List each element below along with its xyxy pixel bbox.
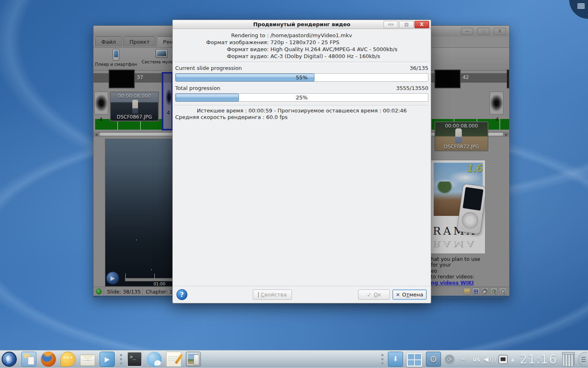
play-icon: ▶ (111, 275, 115, 281)
sync-tray-icon[interactable]: ⟳ (445, 355, 454, 364)
total-progress-row: Total progression 3555/13550 (175, 85, 428, 91)
tab-file[interactable]: Файл (95, 36, 122, 47)
checkmark-icon: ✓ (367, 292, 372, 298)
ruler-tick (154, 274, 155, 278)
about-side-panel: 1.6 RAMA RAMA hat you plan to use for yo… (431, 137, 486, 287)
current-progress-row: Current slide progression 36/135 (175, 65, 428, 71)
properties-button[interactable]: Свойства (253, 289, 292, 300)
separator (174, 62, 429, 63)
current-progress-label: Current slide progression (175, 65, 242, 71)
scroll-right-icon[interactable]: ▶ (505, 132, 508, 137)
terminal-icon[interactable] (127, 352, 142, 367)
desktop-pager[interactable] (407, 353, 422, 367)
system-settings-icon[interactable] (426, 352, 441, 367)
cancel-x-icon: ✕ (396, 292, 400, 298)
ruler-label: 01:00 (154, 282, 165, 286)
device-notifier-icon[interactable] (499, 355, 508, 364)
slide-duration: 00:00:08.000 (111, 93, 158, 99)
zoom-in-icon[interactable] (490, 287, 498, 295)
ok-button[interactable]: ✓ Ок (358, 289, 390, 300)
timeline-video-thumb (507, 70, 509, 88)
starburst-transition-icon (166, 89, 172, 105)
transition-duration: 4 (495, 116, 499, 122)
clock[interactable]: 21:16 (518, 352, 559, 366)
panel-separator (119, 353, 122, 366)
current-progress-bar: 55% (175, 73, 428, 82)
tree-image (435, 182, 454, 195)
starburst-transition-icon (95, 95, 107, 111)
taskbar-panel: ⟳ ✂ us ◀))) ▲ 21:16 (0, 350, 588, 368)
keyboard-layout-indicator[interactable]: us (472, 355, 481, 364)
panel-cashew-icon[interactable] (578, 352, 587, 367)
tray-expand-icon[interactable]: ▲ (511, 357, 514, 361)
version-label: 1.6 (466, 163, 482, 174)
slide-thumb-dscf0867[interactable]: 00:00:08.000 DSCF0867.JPG (110, 92, 159, 121)
player-screen (463, 187, 483, 211)
minimize-icon[interactable] (383, 21, 398, 28)
logo-text-reflection: RAMA (433, 239, 477, 249)
close-icon[interactable]: X (414, 21, 429, 28)
scroll-left-icon[interactable]: ◀ (95, 132, 98, 137)
mail-icon[interactable] (80, 355, 95, 366)
render-target-path: /home/pastordi/myVideo1.mkv (270, 32, 397, 39)
file-manager-icon[interactable] (21, 352, 36, 367)
trash-icon[interactable] (562, 353, 575, 367)
tab-project[interactable]: Проект (123, 36, 156, 47)
notes-icon[interactable] (166, 352, 181, 367)
render-info-block: Rendering to : /home/pastordi/myVideo1.m… (173, 32, 431, 60)
player-smartphone-button[interactable]: Плеер и смартфон (94, 49, 138, 67)
chat-bubble-icon[interactable] (60, 352, 76, 367)
current-progress-count: 36/135 (410, 65, 428, 71)
timeline-video-thumb[interactable] (109, 70, 135, 88)
play-button[interactable]: ▶ (106, 272, 119, 285)
kde-panel-cashew-icon[interactable] (569, 0, 588, 19)
slide-thumb-dscf0872[interactable]: 00:00:08.000 DSCF0872.JPG (434, 121, 488, 151)
messenger-icon[interactable] (147, 352, 162, 367)
dialog-titlebar[interactable]: Продвинутый рендеринг видео X (173, 20, 431, 29)
panel-separator (381, 353, 384, 366)
properties-icon (258, 292, 259, 298)
render-progress-dialog: Продвинутый рендеринг видео X Rendering … (172, 20, 431, 303)
volume-icon[interactable]: ◀))) (485, 355, 495, 364)
cancel-button[interactable]: ✕ Отмена (392, 289, 427, 300)
transition-thumb[interactable] (94, 92, 108, 114)
video-format-value: High Quality H.264 AVC/MPEG-4 AVC - 5000… (270, 46, 397, 53)
playback-icon[interactable] (481, 287, 489, 295)
status-indicator-icon (96, 289, 102, 294)
total-progress-label: Total progression (175, 85, 220, 91)
table-view-icon[interactable] (472, 287, 480, 295)
separator (174, 105, 429, 106)
current-progress-percent: 55% (176, 74, 428, 81)
zoom-out-icon[interactable] (499, 287, 507, 295)
slide-duration: 00:00:08.000 (435, 123, 488, 129)
media-player-icon[interactable] (100, 352, 115, 367)
maximize-icon[interactable]: ▢ (477, 28, 490, 35)
cashew-stack-icon (577, 3, 585, 9)
slide-status: Slide: 38/135 (107, 289, 141, 295)
slide-filename: DSCF0867.JPG (111, 114, 158, 120)
image-format-value: 720p - 1280x720 - 25 FPS (270, 39, 397, 46)
timeline-video-thumb[interactable] (434, 70, 461, 88)
selected-slide[interactable]: 4 (162, 72, 173, 130)
open-folder-icon[interactable] (463, 287, 471, 295)
app-menu-launcher-icon[interactable] (2, 352, 17, 367)
player-controls (461, 211, 479, 229)
close-icon[interactable]: X (494, 28, 506, 35)
ffdiaporama-app-icon[interactable] (186, 352, 201, 367)
help-icon: ? (180, 291, 184, 298)
transition-duration: 4 (99, 116, 102, 122)
maximize-icon[interactable] (399, 21, 414, 28)
total-progress-percent: 25% (176, 94, 428, 101)
slide-filename: DSCF0872.JPG (435, 144, 488, 150)
minimize-icon[interactable]: — (461, 28, 473, 35)
transition-thumb[interactable] (490, 92, 503, 114)
audio-format-value: AC-3 (Dolby Digital) - 48000 Hz - 160kb/… (270, 53, 397, 60)
slide-number: 42 (463, 74, 469, 80)
status-separator (143, 288, 143, 295)
elapsed-remaining-time: Истекшее время : 00:00:59 - Прогнозируем… (173, 108, 431, 114)
firefox-icon[interactable] (41, 352, 56, 367)
help-button[interactable]: ? (176, 289, 187, 300)
downloads-folder-icon[interactable] (388, 352, 403, 367)
status-separator (104, 288, 104, 295)
clipboard-scissors-icon[interactable]: ✂ (458, 355, 468, 364)
